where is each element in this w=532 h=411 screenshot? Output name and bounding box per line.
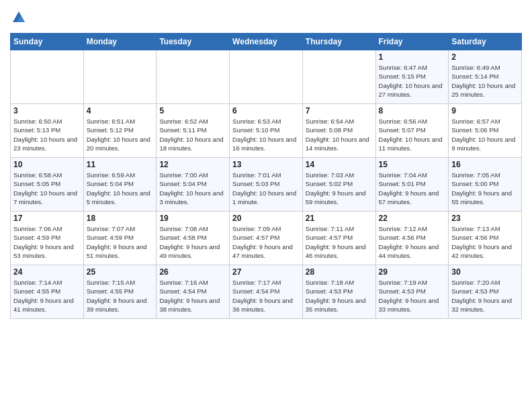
day-number: 13 bbox=[232, 160, 300, 169]
day-number: 1 bbox=[379, 52, 446, 62]
day-info: Sunrise: 6:52 AM Sunset: 5:11 PM Dayligh… bbox=[159, 117, 226, 152]
day-info: Sunrise: 6:58 AM Sunset: 5:05 PM Dayligh… bbox=[13, 171, 81, 206]
day-number: 21 bbox=[306, 214, 373, 223]
calendar-day-cell: 12Sunrise: 7:00 AM Sunset: 5:04 PM Dayli… bbox=[157, 158, 230, 212]
day-info: Sunrise: 7:09 AM Sunset: 4:57 PM Dayligh… bbox=[232, 224, 300, 260]
day-info: Sunrise: 7:05 AM Sunset: 5:00 PM Dayligh… bbox=[451, 171, 519, 206]
day-info: Sunrise: 7:01 AM Sunset: 5:03 PM Dayligh… bbox=[232, 171, 300, 206]
weekday-header: Friday bbox=[375, 34, 449, 50]
day-info: Sunrise: 6:53 AM Sunset: 5:10 PM Dayligh… bbox=[232, 117, 300, 152]
calendar-day-cell: 5Sunrise: 6:52 AM Sunset: 5:11 PM Daylig… bbox=[157, 104, 230, 158]
day-info: Sunrise: 7:11 AM Sunset: 4:57 PM Dayligh… bbox=[306, 224, 373, 260]
day-info: Sunrise: 7:14 AM Sunset: 4:55 PM Dayligh… bbox=[13, 278, 81, 314]
calendar-day-cell: 22Sunrise: 7:12 AM Sunset: 4:56 PM Dayli… bbox=[375, 212, 449, 265]
day-number: 30 bbox=[451, 267, 519, 277]
day-number: 22 bbox=[379, 214, 446, 223]
calendar-day-cell: 20Sunrise: 7:09 AM Sunset: 4:57 PM Dayli… bbox=[230, 212, 303, 265]
day-info: Sunrise: 7:06 AM Sunset: 4:59 PM Dayligh… bbox=[13, 224, 81, 260]
calendar-day-cell: 4Sunrise: 6:51 AM Sunset: 5:12 PM Daylig… bbox=[83, 104, 157, 158]
calendar-day-cell bbox=[302, 50, 375, 104]
day-info: Sunrise: 6:54 AM Sunset: 5:08 PM Dayligh… bbox=[306, 117, 373, 152]
calendar-day-cell: 10Sunrise: 6:58 AM Sunset: 5:05 PM Dayli… bbox=[11, 158, 84, 212]
calendar-day-cell: 28Sunrise: 7:18 AM Sunset: 4:53 PM Dayli… bbox=[302, 265, 375, 319]
day-info: Sunrise: 7:17 AM Sunset: 4:54 PM Dayligh… bbox=[232, 278, 300, 314]
logo bbox=[10, 10, 26, 28]
day-number: 8 bbox=[379, 106, 446, 116]
calendar-day-cell: 2Sunrise: 6:49 AM Sunset: 5:14 PM Daylig… bbox=[449, 50, 522, 104]
day-number: 29 bbox=[379, 267, 446, 277]
day-number: 14 bbox=[306, 160, 373, 169]
calendar-week-row: 10Sunrise: 6:58 AM Sunset: 5:05 PM Dayli… bbox=[11, 158, 522, 212]
calendar-day-cell bbox=[157, 50, 230, 104]
day-info: Sunrise: 7:15 AM Sunset: 4:55 PM Dayligh… bbox=[87, 278, 154, 314]
day-number: 25 bbox=[87, 267, 154, 277]
day-number: 24 bbox=[13, 267, 81, 277]
calendar-day-cell bbox=[11, 50, 84, 104]
day-number: 11 bbox=[87, 160, 154, 169]
logo-line1 bbox=[10, 10, 26, 28]
calendar-day-cell: 11Sunrise: 6:59 AM Sunset: 5:04 PM Dayli… bbox=[83, 158, 157, 212]
day-info: Sunrise: 6:47 AM Sunset: 5:15 PM Dayligh… bbox=[379, 63, 446, 99]
day-info: Sunrise: 6:59 AM Sunset: 5:04 PM Dayligh… bbox=[87, 171, 154, 206]
day-number: 16 bbox=[451, 160, 519, 169]
calendar-day-cell: 24Sunrise: 7:14 AM Sunset: 4:55 PM Dayli… bbox=[11, 265, 84, 319]
weekday-header: Saturday bbox=[449, 34, 522, 50]
day-number: 3 bbox=[13, 106, 81, 116]
main-container: SundayMondayTuesdayWednesdayThursdayFrid… bbox=[0, 0, 532, 326]
day-number: 12 bbox=[159, 160, 226, 169]
calendar-day-cell bbox=[230, 50, 303, 104]
day-info: Sunrise: 7:18 AM Sunset: 4:53 PM Dayligh… bbox=[306, 278, 373, 314]
day-number: 6 bbox=[232, 106, 300, 116]
day-number: 17 bbox=[13, 214, 81, 223]
calendar-day-cell bbox=[83, 50, 157, 104]
weekday-header: Wednesday bbox=[230, 34, 303, 50]
calendar-day-cell: 1Sunrise: 6:47 AM Sunset: 5:15 PM Daylig… bbox=[375, 50, 449, 104]
logo-text-block bbox=[10, 10, 26, 28]
day-info: Sunrise: 7:07 AM Sunset: 4:59 PM Dayligh… bbox=[87, 224, 154, 260]
day-number: 28 bbox=[306, 267, 373, 277]
logo-icon bbox=[11, 10, 26, 25]
day-number: 27 bbox=[232, 267, 300, 277]
calendar-day-cell: 14Sunrise: 7:03 AM Sunset: 5:02 PM Dayli… bbox=[302, 158, 375, 212]
calendar-week-row: 3Sunrise: 6:50 AM Sunset: 5:13 PM Daylig… bbox=[11, 104, 522, 158]
calendar-day-cell: 17Sunrise: 7:06 AM Sunset: 4:59 PM Dayli… bbox=[11, 212, 84, 265]
calendar-day-cell: 30Sunrise: 7:20 AM Sunset: 4:53 PM Dayli… bbox=[449, 265, 522, 319]
day-info: Sunrise: 6:51 AM Sunset: 5:12 PM Dayligh… bbox=[87, 117, 154, 152]
calendar-day-cell: 13Sunrise: 7:01 AM Sunset: 5:03 PM Dayli… bbox=[230, 158, 303, 212]
day-info: Sunrise: 7:20 AM Sunset: 4:53 PM Dayligh… bbox=[451, 278, 519, 314]
calendar-day-cell: 26Sunrise: 7:16 AM Sunset: 4:54 PM Dayli… bbox=[157, 265, 230, 319]
calendar-day-cell: 8Sunrise: 6:56 AM Sunset: 5:07 PM Daylig… bbox=[375, 104, 449, 158]
day-number: 20 bbox=[232, 214, 300, 223]
day-info: Sunrise: 7:19 AM Sunset: 4:53 PM Dayligh… bbox=[379, 278, 446, 314]
calendar-day-cell: 7Sunrise: 6:54 AM Sunset: 5:08 PM Daylig… bbox=[302, 104, 375, 158]
day-info: Sunrise: 7:12 AM Sunset: 4:56 PM Dayligh… bbox=[379, 224, 446, 260]
calendar-body: 1Sunrise: 6:47 AM Sunset: 5:15 PM Daylig… bbox=[11, 50, 522, 319]
day-number: 10 bbox=[13, 160, 81, 169]
calendar-day-cell: 6Sunrise: 6:53 AM Sunset: 5:10 PM Daylig… bbox=[230, 104, 303, 158]
day-info: Sunrise: 6:56 AM Sunset: 5:07 PM Dayligh… bbox=[379, 117, 446, 152]
day-number: 15 bbox=[379, 160, 446, 169]
day-info: Sunrise: 7:16 AM Sunset: 4:54 PM Dayligh… bbox=[159, 278, 226, 314]
calendar-day-cell: 25Sunrise: 7:15 AM Sunset: 4:55 PM Dayli… bbox=[83, 265, 157, 319]
day-number: 18 bbox=[87, 214, 154, 223]
calendar-day-cell: 29Sunrise: 7:19 AM Sunset: 4:53 PM Dayli… bbox=[375, 265, 449, 319]
day-info: Sunrise: 6:57 AM Sunset: 5:06 PM Dayligh… bbox=[451, 117, 519, 152]
day-number: 2 bbox=[451, 52, 519, 62]
calendar-week-row: 17Sunrise: 7:06 AM Sunset: 4:59 PM Dayli… bbox=[11, 212, 522, 265]
calendar-day-cell: 23Sunrise: 7:13 AM Sunset: 4:56 PM Dayli… bbox=[449, 212, 522, 265]
day-number: 19 bbox=[159, 214, 226, 223]
calendar-table: SundayMondayTuesdayWednesdayThursdayFrid… bbox=[10, 33, 522, 319]
calendar-week-row: 1Sunrise: 6:47 AM Sunset: 5:15 PM Daylig… bbox=[11, 50, 522, 104]
day-number: 9 bbox=[451, 106, 519, 116]
day-number: 23 bbox=[451, 214, 519, 223]
weekday-row: SundayMondayTuesdayWednesdayThursdayFrid… bbox=[11, 34, 522, 50]
day-info: Sunrise: 6:49 AM Sunset: 5:14 PM Dayligh… bbox=[451, 63, 519, 99]
calendar-day-cell: 21Sunrise: 7:11 AM Sunset: 4:57 PM Dayli… bbox=[302, 212, 375, 265]
day-info: Sunrise: 6:50 AM Sunset: 5:13 PM Dayligh… bbox=[13, 117, 81, 152]
day-info: Sunrise: 7:00 AM Sunset: 5:04 PM Dayligh… bbox=[159, 171, 226, 206]
calendar-day-cell: 19Sunrise: 7:08 AM Sunset: 4:58 PM Dayli… bbox=[157, 212, 230, 265]
day-info: Sunrise: 7:04 AM Sunset: 5:01 PM Dayligh… bbox=[379, 171, 446, 206]
header bbox=[10, 10, 522, 28]
day-number: 7 bbox=[306, 106, 373, 116]
calendar-day-cell: 27Sunrise: 7:17 AM Sunset: 4:54 PM Dayli… bbox=[230, 265, 303, 319]
